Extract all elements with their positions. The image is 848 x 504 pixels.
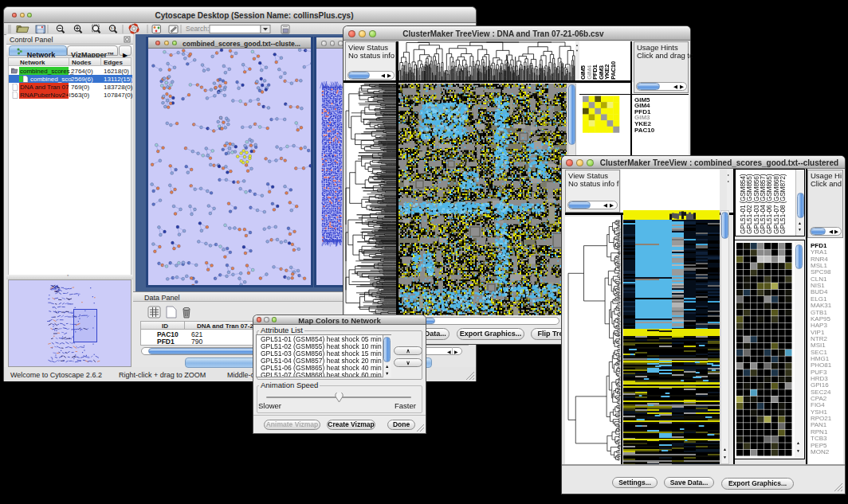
svg-text:Search:: Search: <box>186 25 209 33</box>
svg-text:1:1: 1:1 <box>111 26 116 30</box>
